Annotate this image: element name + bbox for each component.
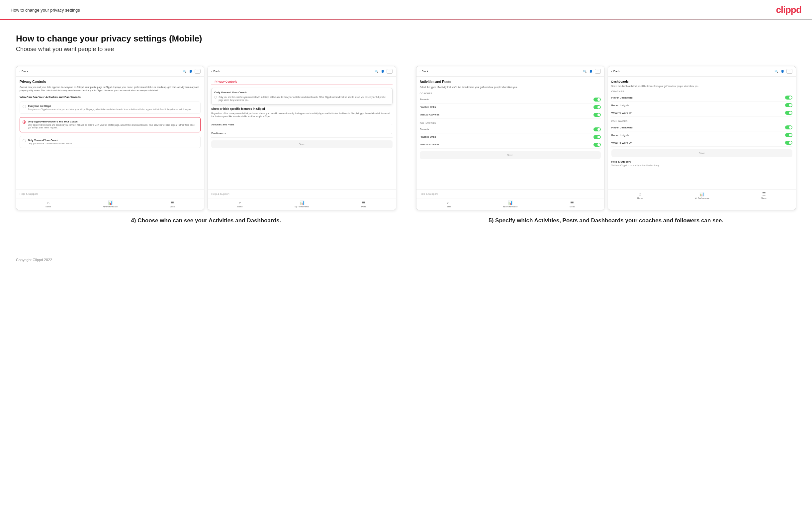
menu-icon-3[interactable]: ☰ [595, 69, 601, 74]
nav-home-2[interactable]: ⌂ Home [238, 201, 243, 208]
screen4-followers-player-dashboard: Player Dashboard [611, 124, 793, 131]
screen3-coaches-rounds: Rounds [420, 96, 601, 104]
nav-perf-4[interactable]: 📊 My Performance [695, 192, 709, 199]
search-icon[interactable]: 🔍 [183, 70, 187, 73]
person-icon[interactable]: 👤 [189, 70, 193, 73]
top-bar: How to change your privacy settings clip… [0, 0, 812, 20]
radio-circle-2 [22, 120, 26, 124]
screen4-coaches-ri-toggle[interactable] [785, 103, 793, 107]
screen2-save-btn[interactable]: Save [211, 140, 392, 148]
screen1-help: Help & Support [16, 189, 204, 198]
search-icon-2[interactable]: 🔍 [374, 70, 378, 73]
screen3-coaches-drills: Practice Drills [420, 104, 601, 111]
phones-left: ‹ Back 🔍 👤 ☰ Privacy Controls Control ho… [16, 66, 396, 210]
screen4-coaches-wtw-label: What To Work On [611, 111, 632, 114]
right-pair: ‹ Back 🔍 👤 ☰ Activities and Posts Select… [416, 66, 796, 225]
screen2-back[interactable]: ‹ Back [211, 70, 220, 73]
chevron-right-icon-activities: › [392, 123, 393, 126]
screen4-followers-ri-toggle[interactable] [785, 133, 793, 137]
screen3-coaches-rounds-toggle[interactable] [594, 98, 601, 102]
screen3-desc: Select the types of activity that you'd … [420, 86, 601, 89]
screen2-tab[interactable]: Privacy Controls [214, 80, 237, 85]
screen2-icons: 🔍 👤 ☰ [374, 69, 393, 74]
screen3-followers-drills-label: Practice Drills [420, 135, 436, 138]
menu-row-label-dashboards: Dashboards [211, 132, 225, 135]
home-icon: ⌂ [47, 201, 49, 205]
person-icon-4[interactable]: 👤 [780, 70, 784, 73]
nav-home-3[interactable]: ⌂ Home [446, 201, 451, 208]
screen4-mockup: ‹ Back 🔍 👤 ☰ Dashboards Select the dashb… [608, 66, 796, 210]
screen1-body: Control how you and your data appears to… [19, 86, 201, 92]
nav-home-4[interactable]: ⌂ Home [637, 192, 643, 199]
screen4-save-btn[interactable]: Save [611, 149, 793, 157]
screen3-coaches-drills-toggle[interactable] [594, 105, 601, 109]
screen3-followers-drills: Practice Drills [420, 133, 601, 141]
screen4-followers-wtw-toggle[interactable] [785, 141, 793, 145]
screen1-back[interactable]: ‹ Back [19, 70, 28, 73]
screen3-back[interactable]: ‹ Back [420, 70, 428, 73]
screen3-title: Activities and Posts [420, 80, 601, 83]
screen3-help: Help & Support [416, 189, 604, 198]
radio-content-1: Everyone on Clippd Everyone on Clippd ca… [28, 105, 191, 111]
chart-icon: 📊 [108, 201, 113, 205]
caption-5: 5) Specify which Activities, Posts and D… [489, 217, 723, 225]
screen4-back[interactable]: ‹ Back [611, 70, 620, 73]
menu-icon-2[interactable]: ☰ [387, 69, 393, 74]
screen4-followers-ri-label: Round Insights [611, 134, 629, 137]
menu-icon[interactable]: ☰ [195, 69, 201, 74]
screen4-followers-pd-label: Player Dashboard [611, 126, 633, 129]
screen3-coaches-manual-toggle[interactable] [594, 113, 601, 117]
screen4-followers-wtw-label: What To Work On [611, 142, 632, 144]
screen4-coaches-pd-toggle[interactable] [785, 96, 793, 100]
nav-perf-1[interactable]: 📊 My Performance [103, 201, 117, 208]
radio-label-3: Only You and Your Coach [28, 139, 72, 142]
main-content: How to change your privacy settings (Mob… [0, 20, 812, 251]
nav-menu-1[interactable]: ☰ Menu [170, 201, 175, 208]
screen3-save-btn[interactable]: Save [420, 151, 601, 159]
person-icon-2[interactable]: 👤 [380, 70, 385, 73]
screen1-icons: 🔍 👤 ☰ [183, 69, 201, 74]
nav-home-1[interactable]: ⌂ Home [46, 201, 51, 208]
home-icon-2: ⌂ [239, 201, 241, 205]
nav-menu-3[interactable]: ☰ Menu [569, 201, 574, 208]
radio-content-2: Only Approved Followers and Your Coach O… [28, 120, 198, 129]
menu-row-activities[interactable]: Activities and Posts › [211, 120, 392, 129]
screen3-followers-rounds-toggle[interactable] [594, 127, 601, 131]
screen4-desc: Select the dashboards that you'd like to… [611, 84, 793, 88]
nav-perf-3[interactable]: 📊 My Performance [503, 201, 518, 208]
page-subtitle: Choose what you want people to see [16, 46, 796, 53]
chevron-left-icon-2: ‹ [211, 70, 212, 73]
screen2-bottom-nav: ⌂ Home 📊 My Performance ☰ Menu [208, 198, 396, 210]
screen1-title: Privacy Controls [19, 80, 201, 83]
person-icon-3[interactable]: 👤 [589, 70, 593, 73]
top-bar-title: How to change your privacy settings [11, 8, 80, 13]
screen4-followers-pd-toggle[interactable] [785, 125, 793, 129]
chart-icon-4: 📊 [699, 192, 704, 196]
screen3-coaches-label: COACHES [420, 92, 601, 95]
screen2-tab-bar: Privacy Controls [211, 80, 392, 85]
radio-circle-3 [22, 139, 26, 143]
caption-4: 4) Choose who can see your Activities an… [131, 217, 281, 225]
screen3-followers-drills-toggle[interactable] [594, 135, 601, 139]
screen1-option-1[interactable]: Everyone on Clippd Everyone on Clippd ca… [19, 102, 201, 114]
nav-perf-2[interactable]: 📊 My Performance [295, 201, 309, 208]
radio-desc-2: Only approved followers and coaches you … [28, 124, 198, 129]
menu-icon-4[interactable]: ☰ [786, 69, 793, 74]
radio-circle-1 [22, 105, 26, 108]
chart-icon-3: 📊 [508, 201, 513, 205]
screen1-content: Privacy Controls Control how you and you… [16, 77, 204, 189]
screen1-option-3[interactable]: Only You and Your Coach Only you and the… [19, 136, 201, 148]
radio-desc-1: Everyone on Clippd can search for you an… [28, 108, 191, 111]
menu-row-dashboards[interactable]: Dashboards › [211, 129, 392, 138]
radio-desc-3: Only you and the coaches you connect wit… [28, 143, 72, 145]
screen1-option-2[interactable]: Only Approved Followers and Your Coach O… [19, 117, 201, 132]
nav-menu-2[interactable]: ☰ Menu [361, 201, 366, 208]
screen4-coaches-what-to-work: What To Work On [611, 109, 793, 117]
search-icon-3[interactable]: 🔍 [583, 70, 587, 73]
screen3-followers-manual-toggle[interactable] [594, 143, 601, 147]
screen4-coaches-wtw-toggle[interactable] [785, 111, 793, 115]
menu-nav-icon-3: ☰ [570, 201, 574, 205]
nav-menu-4[interactable]: ☰ Menu [762, 192, 766, 199]
screen3-followers-rounds: Rounds [420, 126, 601, 133]
search-icon-4[interactable]: 🔍 [774, 70, 778, 73]
